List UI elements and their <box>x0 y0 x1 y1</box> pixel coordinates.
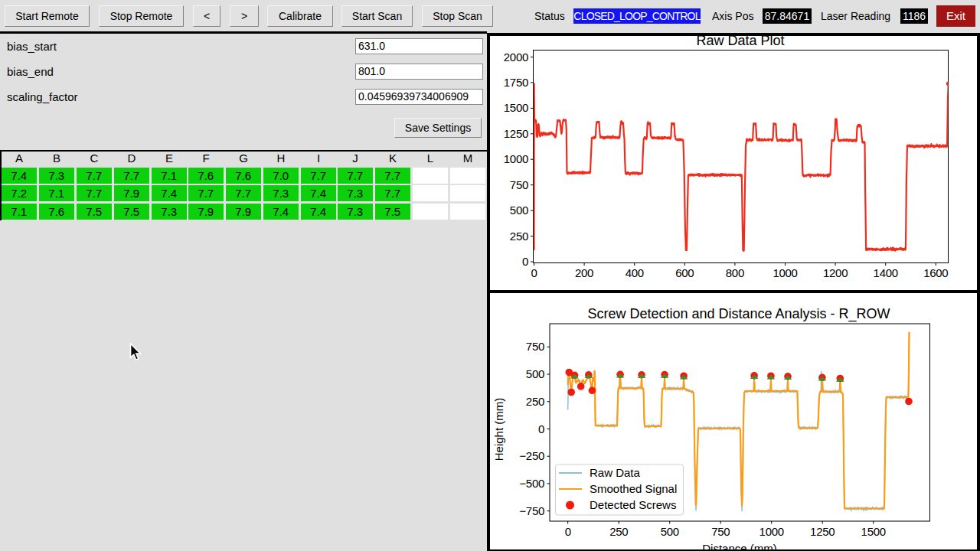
svg-text:600: 600 <box>675 266 694 279</box>
svg-text:1600: 1600 <box>923 266 948 279</box>
svg-text:Raw Data Plot: Raw Data Plot <box>696 36 784 48</box>
svg-text:−750: −750 <box>519 504 544 517</box>
svg-text:Raw Data: Raw Data <box>590 466 641 479</box>
svg-text:750: 750 <box>526 340 544 353</box>
svg-text:500: 500 <box>661 525 679 538</box>
svg-text:0: 0 <box>565 525 571 538</box>
svg-text:750: 750 <box>510 178 528 191</box>
svg-text:1500: 1500 <box>861 525 886 538</box>
svg-text:400: 400 <box>626 266 644 279</box>
svg-text:−250: −250 <box>519 449 544 462</box>
svg-text:1400: 1400 <box>874 266 898 279</box>
svg-text:1000: 1000 <box>504 152 528 165</box>
svg-text:250: 250 <box>609 525 628 538</box>
svg-text:1000: 1000 <box>773 266 797 279</box>
svg-text:Detected Screws: Detected Screws <box>590 498 676 511</box>
svg-text:500: 500 <box>526 367 544 380</box>
svg-text:2000: 2000 <box>504 51 528 64</box>
svg-text:0: 0 <box>538 422 544 435</box>
svg-text:200: 200 <box>575 266 593 279</box>
svg-text:0: 0 <box>531 266 537 279</box>
svg-text:1750: 1750 <box>504 76 528 89</box>
svg-text:250: 250 <box>510 230 528 243</box>
svg-text:1000: 1000 <box>760 525 784 538</box>
svg-text:500: 500 <box>510 204 528 217</box>
svg-text:1250: 1250 <box>810 525 835 538</box>
svg-text:800: 800 <box>726 266 744 279</box>
svg-text:1200: 1200 <box>823 266 848 279</box>
svg-text:250: 250 <box>526 395 544 408</box>
svg-text:Smoothed Signal: Smoothed Signal <box>590 482 677 495</box>
svg-text:Height (mm): Height (mm) <box>492 398 505 461</box>
svg-text:0: 0 <box>522 255 528 268</box>
svg-text:Screw Detection and Distance A: Screw Detection and Distance Analysis - … <box>587 306 890 322</box>
svg-text:750: 750 <box>711 525 730 538</box>
svg-text:−500: −500 <box>519 477 544 490</box>
svg-text:1250: 1250 <box>504 127 528 140</box>
svg-text:1500: 1500 <box>504 101 528 114</box>
svg-text:Distance (mm): Distance (mm) <box>702 542 777 549</box>
